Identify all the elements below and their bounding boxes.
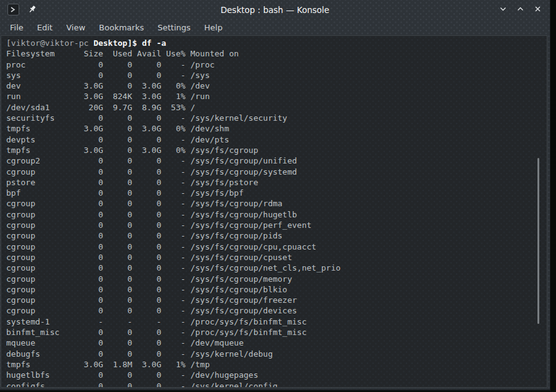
- df-output: Filesystem Size Used Avail Use% Mounted …: [6, 49, 341, 388]
- menu-view[interactable]: View: [60, 21, 92, 34]
- minimize-button[interactable]: [497, 4, 509, 15]
- prompt-user-host: [viktor@viktor-pc: [6, 38, 93, 48]
- prompt-cwd: Desktop]$: [93, 38, 142, 48]
- close-button[interactable]: [532, 4, 544, 15]
- terminal-viewport[interactable]: [viktor@viktor-pc Desktop]$ df -a Filesy…: [1, 35, 547, 388]
- window-title: Desktop : bash — Konsole: [0, 5, 550, 15]
- menubar: File Edit View Bookmarks Settings Help: [0, 19, 550, 35]
- menu-settings[interactable]: Settings: [151, 21, 196, 34]
- close-icon: [534, 5, 542, 15]
- prompt-command: df -a: [142, 38, 166, 48]
- maximize-button[interactable]: [515, 4, 526, 15]
- menu-file[interactable]: File: [4, 21, 30, 34]
- konsole-window: Desktop : bash — Konsole: [0, 0, 550, 391]
- menu-help[interactable]: Help: [198, 21, 229, 34]
- chevron-down-icon: [499, 5, 507, 15]
- pin-icon[interactable]: [28, 5, 37, 14]
- konsole-app-icon: [7, 4, 19, 15]
- window-controls: [497, 4, 544, 15]
- chevron-up-icon: [516, 5, 524, 15]
- scrollbar-thumb[interactable]: [537, 158, 539, 324]
- window-titlebar[interactable]: Desktop : bash — Konsole: [0, 0, 550, 19]
- terminal-text: [viktor@viktor-pc Desktop]$ df -a Filesy…: [1, 36, 547, 388]
- menu-bookmarks[interactable]: Bookmarks: [93, 21, 150, 34]
- menu-edit[interactable]: Edit: [31, 21, 59, 34]
